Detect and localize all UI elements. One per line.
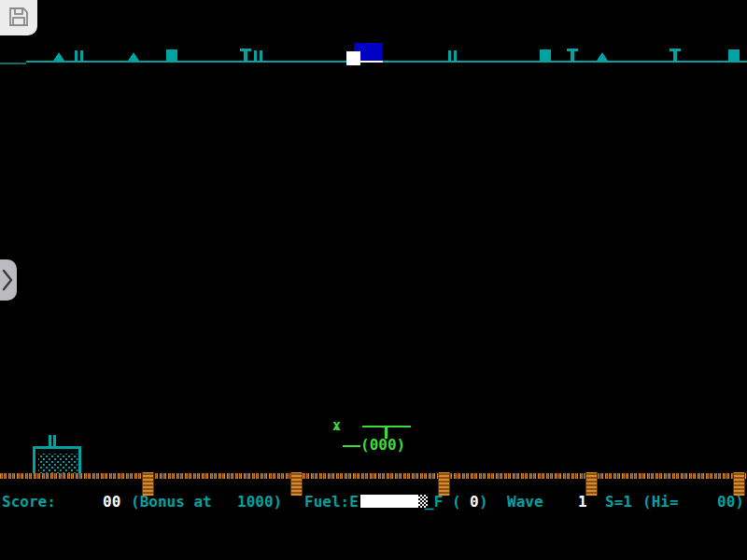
- status-segment: (: [452, 494, 461, 511]
- status-segment: ): [479, 494, 488, 511]
- radar-pylon-icon: [448, 50, 457, 61]
- radar-square-icon: [540, 49, 551, 61]
- vehicle-body: (000): [360, 438, 405, 453]
- status-segment: 1000): [237, 494, 282, 511]
- status-segment: 00): [717, 494, 744, 511]
- depot-chimney: [49, 435, 51, 446]
- sidebar-toggle-button[interactable]: [0, 259, 17, 301]
- status-segment: Score:: [2, 494, 56, 511]
- status-segment: S=1: [605, 494, 632, 511]
- radar-square-icon: [166, 49, 177, 61]
- radar-tee-icon: [240, 49, 251, 61]
- status-segment: Fuel:E: [304, 494, 359, 511]
- ground-post: [585, 472, 598, 496]
- radar-tee-icon: [567, 49, 578, 61]
- depot-fill-pattern: [38, 454, 78, 474]
- status-segment: 00: [103, 494, 120, 511]
- radar-square-icon: [728, 49, 740, 61]
- status-segment: (Bonus at: [131, 494, 212, 511]
- status-segment: Wave: [507, 494, 543, 511]
- radar-triangle-icon: [597, 52, 608, 61]
- radar-player-marker: [346, 51, 360, 65]
- save-state-button[interactable]: [0, 0, 37, 35]
- ground-pattern: [0, 473, 747, 479]
- status-bar: Score:00(Bonus at1000)Fuel:E_F(0)Wave1S=…: [0, 494, 747, 512]
- status-segment: (Hi=: [642, 494, 679, 511]
- status-segment: 1: [578, 494, 587, 511]
- radar-pylon-icon: [254, 50, 262, 61]
- vehicle-hook: `: [332, 427, 342, 443]
- ground-post: [290, 472, 303, 496]
- radar-tee-icon: [669, 49, 681, 61]
- radar-triangle-icon: [128, 52, 139, 61]
- radar-terrain-left: [0, 63, 26, 64]
- vehicle-tow-bar: [343, 445, 360, 447]
- radar-viewport-baseline: [360, 61, 383, 63]
- floppy-disk-icon: [7, 6, 30, 31]
- depot-chimney: [53, 435, 56, 446]
- game-screen: x ` (000) Score:00(Bonus at1000)Fuel:E_F…: [0, 0, 747, 560]
- radar-triangle-icon: [53, 52, 64, 61]
- status-segment: 0: [470, 494, 479, 511]
- fuel-gauge-bar: [360, 495, 418, 508]
- status-segment: _F: [425, 494, 443, 511]
- radar-pylon-icon: [75, 50, 83, 61]
- radar-terrain-line: [26, 61, 747, 63]
